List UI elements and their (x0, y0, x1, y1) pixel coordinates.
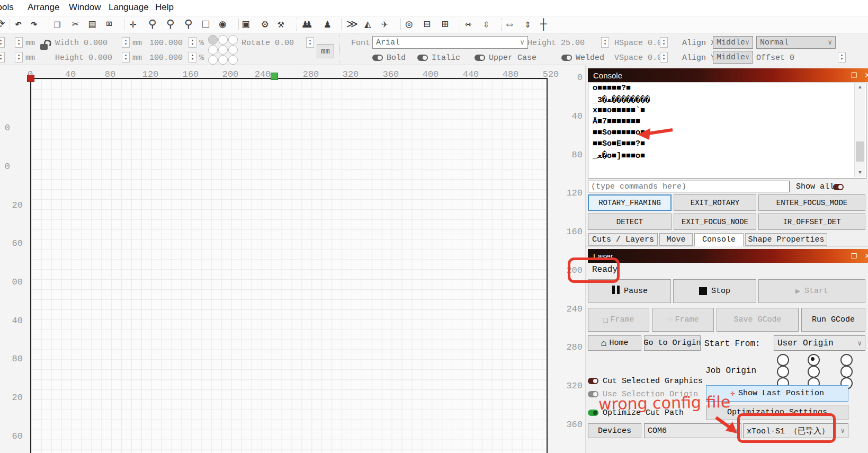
offset-spinner[interactable] (838, 52, 846, 63)
height-field[interactable]: Height 0.000 (55, 54, 112, 63)
width-spinner[interactable] (122, 37, 130, 48)
job-origin-radio-middle-left[interactable] (777, 366, 789, 378)
zoom-out-icon[interactable]: ⚲ (184, 17, 192, 32)
menu-language[interactable]: Language (109, 2, 149, 13)
align-vertical-icon[interactable]: ⊞ (442, 17, 449, 32)
cut-icon[interactable]: ✂ (72, 17, 79, 32)
macro-rotary-framing-button[interactable]: ROTARY_FRAMING (588, 194, 672, 211)
welded-toggle[interactable] (561, 55, 572, 61)
undo-icon[interactable]: ↶ (15, 17, 22, 32)
optimize-cut-path-label[interactable]: Optimize Cut Path (603, 408, 684, 418)
frame-square-button[interactable]: ❏ Frame (588, 308, 649, 332)
vspace-field[interactable]: VSpace 0.00 (614, 54, 667, 63)
zoom-in-icon[interactable]: ⚲ (166, 17, 174, 32)
macro-detect-button[interactable]: DETECT (588, 214, 672, 230)
anchor-point-grid[interactable] (208, 35, 238, 65)
home-button[interactable]: ⌂ Home (588, 335, 641, 351)
stop-button[interactable]: Stop (673, 279, 756, 303)
devices-button[interactable]: Devices (588, 423, 641, 438)
size-width-icon[interactable]: ⇔ (506, 17, 513, 32)
bold-toggle[interactable] (372, 55, 383, 61)
optimize-cut-path-toggle[interactable] (588, 410, 598, 416)
job-origin-radio-top-right[interactable] (840, 354, 853, 366)
cut-selected-graphics-toggle[interactable] (588, 378, 598, 384)
italic-label[interactable]: Italic (432, 54, 460, 63)
offset-field[interactable]: Offset 0 (756, 54, 794, 63)
show-last-position-button[interactable]: ✛ Show Last Position (706, 385, 848, 402)
monitor-icon[interactable]: ▣ (243, 17, 249, 32)
scale-x-field[interactable]: 100.000 (149, 39, 183, 48)
rotate-field[interactable]: Rotate 0.00 (241, 39, 294, 48)
cut-selected-graphics-label[interactable]: Cut Selected Graphics (603, 377, 703, 386)
size-height-icon[interactable]: ⇕ (524, 17, 531, 32)
macro-ir-offset-det-button[interactable]: IR_OFFSET_DET (758, 214, 865, 230)
origin-target-icon[interactable]: ◎ (406, 17, 413, 32)
hspace-field[interactable]: HSpace 0.00 (614, 39, 667, 48)
align-x-select[interactable]: Middle (713, 36, 753, 49)
import-icon[interactable]: ⟳ (0, 17, 5, 32)
flip-vertical-icon[interactable]: ◭ (364, 17, 371, 32)
height-spinner[interactable] (122, 52, 130, 63)
run-gcode-button[interactable]: Run GCode (801, 308, 865, 332)
float-panel-icon[interactable]: ❐ (851, 252, 857, 260)
start-from-select[interactable]: User Origin (774, 335, 865, 351)
bold-label[interactable]: Bold (387, 54, 406, 63)
go-to-origin-button[interactable]: Go to Origin (644, 335, 701, 351)
port-select[interactable]: COM6 (644, 423, 741, 438)
rotate-spinner[interactable] (306, 37, 314, 48)
spinner-control[interactable] (0, 52, 5, 63)
workspace-canvas[interactable] (30, 78, 548, 453)
user-icon[interactable]: ♟ (324, 17, 331, 32)
flip-horizontal-icon[interactable]: ≫ (346, 17, 358, 32)
users-group-icon[interactable]: ♟♟ (302, 17, 309, 32)
float-panel-icon[interactable]: ❐ (851, 72, 857, 79)
scale-y-spinner[interactable] (189, 52, 196, 63)
style-select[interactable]: Normal (756, 36, 836, 49)
paste-icon[interactable]: ▤ (89, 17, 96, 32)
laser-panel-header[interactable]: Laser ❐ ✕ (588, 249, 868, 263)
char-height-spinner[interactable] (601, 37, 609, 48)
optimization-settings-button[interactable]: Optimization Settings (706, 405, 848, 420)
delete-icon[interactable]: ⌧ (106, 17, 113, 32)
console-panel-header[interactable]: Console ❐ ✕ (588, 68, 868, 82)
scale-x-spinner[interactable] (189, 37, 196, 48)
menu-arrange[interactable]: Arrange (28, 2, 59, 13)
job-origin-radio-top-center[interactable] (808, 354, 820, 366)
scroll-down-icon[interactable]: ▼ (855, 168, 865, 177)
align-horizontal-icon[interactable]: ⊟ (424, 17, 431, 32)
menu-help[interactable]: Help (155, 2, 174, 13)
font-select[interactable]: Arial (372, 36, 528, 49)
pause-button[interactable]: Pause (588, 279, 671, 303)
macro-exit-focus-node-button[interactable]: EXIT_FOCUS_NODE (674, 214, 756, 230)
macro-exit-rotary-button[interactable]: EXIT_ROTARY (674, 194, 756, 211)
settings-gear-icon[interactable]: ⚙ (262, 17, 269, 32)
redo-icon[interactable]: ↷ (31, 17, 38, 32)
use-selection-origin-toggle[interactable] (588, 391, 598, 397)
vspace-spinner[interactable] (660, 52, 668, 63)
start-button[interactable]: ▶ Start (758, 279, 865, 303)
pan-icon[interactable]: ✛ (130, 17, 137, 32)
menu-window[interactable]: Window (69, 2, 101, 13)
welded-label[interactable]: Welded (576, 54, 604, 63)
job-origin-radio-top-left[interactable] (777, 354, 789, 366)
mm-unit-button[interactable]: mm (317, 44, 334, 58)
frame-select-icon[interactable]: □ (202, 17, 209, 32)
tab-move[interactable]: Move (659, 233, 693, 246)
italic-toggle[interactable] (417, 55, 428, 61)
width-field[interactable]: Width 0.000 (55, 39, 108, 48)
device-select[interactable]: xTool-S1 （已导入） (743, 423, 848, 438)
send-to-laser-icon[interactable]: ✈ (381, 17, 388, 32)
camera-icon[interactable]: ◉ (219, 17, 226, 32)
distribute-vertical-icon[interactable]: ⇳ (483, 17, 490, 32)
job-origin-radio-middle-right[interactable] (840, 366, 853, 378)
distribute-horizontal-icon[interactable]: ⇿ (465, 17, 472, 32)
tab-cuts-layers[interactable]: Cuts / Layers (588, 233, 658, 246)
close-panel-icon[interactable]: ✕ (864, 71, 868, 79)
spinner-control[interactable] (0, 37, 5, 48)
close-panel-icon[interactable]: ✕ (864, 252, 868, 260)
upper-case-label[interactable]: Upper Case (489, 54, 536, 63)
use-selection-origin-label[interactable]: Use Selection Origin (603, 390, 698, 399)
position-icon[interactable]: ┼ (540, 17, 547, 32)
tab-shape-properties[interactable]: Shape Properties (745, 233, 827, 246)
job-origin-radio-middle-center[interactable] (808, 366, 820, 378)
